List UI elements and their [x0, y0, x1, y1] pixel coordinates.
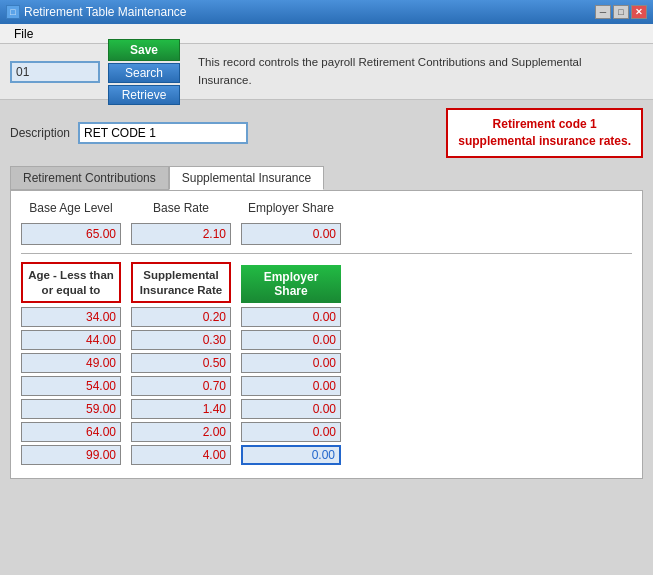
age-input-3[interactable]: [21, 376, 121, 396]
supp-rate-input-3[interactable]: [131, 376, 231, 396]
table-row: [21, 353, 632, 373]
base-rate-input[interactable]: [131, 223, 231, 245]
info-text: This record controls the payroll Retirem…: [188, 48, 643, 95]
age-input-1[interactable]: [21, 330, 121, 350]
description-input[interactable]: [78, 122, 248, 144]
id-field[interactable]: [10, 61, 100, 83]
content-panel: Base Age Level Base Rate Employer Share …: [10, 190, 643, 480]
emp-share-input-1[interactable]: [241, 330, 341, 350]
toolbar: Save Search Retrieve This record control…: [0, 44, 653, 100]
hint-line2: supplemental insurance rates.: [458, 134, 631, 148]
description-row: Description Retirement code 1 supplement…: [10, 108, 643, 158]
supp-rate-input-2[interactable]: [131, 353, 231, 373]
window-controls: ─ □ ✕: [595, 5, 647, 19]
minimize-button[interactable]: ─: [595, 5, 611, 19]
window-title: Retirement Table Maintenance: [24, 5, 187, 19]
emp-share-column-header: Employer Share: [241, 265, 341, 303]
age-input-5[interactable]: [21, 422, 121, 442]
table-row: [21, 330, 632, 350]
emp-share-input-4[interactable]: [241, 399, 341, 419]
supp-rate-input-1[interactable]: [131, 330, 231, 350]
emp-share-input-5[interactable]: [241, 422, 341, 442]
menu-bar: File: [0, 24, 653, 44]
app-icon: □: [6, 5, 20, 19]
supp-rate-input-5[interactable]: [131, 422, 231, 442]
emp-share-input-2[interactable]: [241, 353, 341, 373]
table-row: [21, 399, 632, 419]
tabs: Retirement Contributions Supplemental In…: [10, 166, 643, 190]
age-column-header: Age - Less than or equal to: [21, 262, 121, 304]
description-label: Description: [10, 126, 70, 140]
table-headers: Age - Less than or equal to Supplemental…: [21, 262, 632, 304]
base-age-header: Base Age Level: [21, 201, 121, 215]
table-row: [21, 445, 632, 465]
supp-rate-input-4[interactable]: [131, 399, 231, 419]
menu-file[interactable]: File: [6, 26, 41, 42]
employer-share-header: Employer Share: [241, 201, 341, 215]
action-buttons: Save Search Retrieve: [108, 39, 180, 105]
hint-box: Retirement code 1 supplemental insurance…: [446, 108, 643, 158]
age-input-2[interactable]: [21, 353, 121, 373]
emp-share-input-0[interactable]: [241, 307, 341, 327]
base-rate-header: Base Rate: [131, 201, 231, 215]
save-button[interactable]: Save: [108, 39, 180, 61]
retrieve-button[interactable]: Retrieve: [108, 85, 180, 105]
table-row: [21, 376, 632, 396]
base-age-input[interactable]: [21, 223, 121, 245]
tab-retirement-contributions[interactable]: Retirement Contributions: [10, 166, 169, 190]
supp-rate-input-0[interactable]: [131, 307, 231, 327]
search-button[interactable]: Search: [108, 63, 180, 83]
table-body: [21, 307, 632, 465]
main-area: Description Retirement code 1 supplement…: [0, 100, 653, 575]
hint-line1: Retirement code 1: [493, 117, 597, 131]
supp-rate-column-header: Supplemental Insurance Rate: [131, 262, 231, 304]
divider: [21, 253, 632, 254]
emp-share-input-6[interactable]: [241, 445, 341, 465]
emp-share-input-3[interactable]: [241, 376, 341, 396]
base-emp-share-input[interactable]: [241, 223, 341, 245]
age-input-6[interactable]: [21, 445, 121, 465]
table-row: [21, 422, 632, 442]
close-button[interactable]: ✕: [631, 5, 647, 19]
age-input-4[interactable]: [21, 399, 121, 419]
base-values-row: [21, 223, 632, 245]
maximize-button[interactable]: □: [613, 5, 629, 19]
supp-rate-input-6[interactable]: [131, 445, 231, 465]
table-row: [21, 307, 632, 327]
title-bar: □ Retirement Table Maintenance ─ □ ✕: [0, 0, 653, 24]
base-headers-row: Base Age Level Base Rate Employer Share: [21, 201, 632, 215]
age-input-0[interactable]: [21, 307, 121, 327]
tab-supplemental-insurance[interactable]: Supplemental Insurance: [169, 166, 324, 190]
